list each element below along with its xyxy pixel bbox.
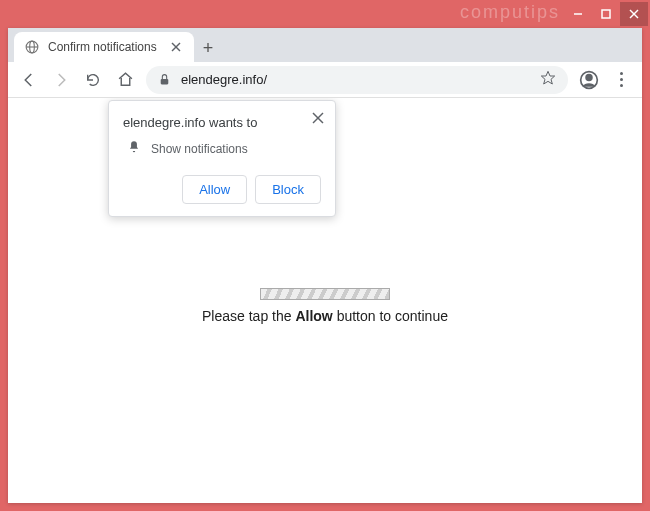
svg-rect-9 <box>161 79 169 84</box>
dialog-title: elendegre.info wants to <box>123 115 321 130</box>
maximize-button[interactable] <box>592 2 620 26</box>
menu-button[interactable] <box>606 65 636 95</box>
tab-title: Confirm notifications <box>48 40 162 54</box>
url-text: elendegre.info/ <box>181 72 532 87</box>
reload-button[interactable] <box>78 65 108 95</box>
msg-post: button to continue <box>333 308 448 324</box>
active-tab[interactable]: Confirm notifications <box>14 32 194 62</box>
msg-bold: Allow <box>295 308 332 324</box>
bell-icon <box>127 140 141 157</box>
forward-button[interactable] <box>46 65 76 95</box>
svg-rect-1 <box>602 10 610 18</box>
address-bar[interactable]: elendegre.info/ <box>146 66 568 94</box>
dialog-item: Show notifications <box>123 140 321 157</box>
browser-window: computips Confirm notifications + <box>0 0 650 511</box>
close-window-button[interactable] <box>620 2 648 26</box>
dialog-close-button[interactable] <box>309 109 327 127</box>
msg-pre: Please tap the <box>202 308 295 324</box>
page-viewport: elendegre.info wants to Show notificatio… <box>8 98 642 503</box>
home-button[interactable] <box>110 65 140 95</box>
globe-icon <box>24 39 40 55</box>
back-button[interactable] <box>14 65 44 95</box>
minimize-button[interactable] <box>564 2 592 26</box>
notification-permission-dialog: elendegre.info wants to Show notificatio… <box>108 100 336 217</box>
toolbar: elendegre.info/ <box>8 62 642 98</box>
block-button[interactable]: Block <box>255 175 321 204</box>
lock-icon <box>158 73 171 86</box>
dialog-item-label: Show notifications <box>151 142 248 156</box>
tab-strip: Confirm notifications + <box>8 28 642 62</box>
close-tab-button[interactable] <box>168 39 184 55</box>
watermark-text: computips <box>460 2 560 23</box>
new-tab-button[interactable]: + <box>194 34 222 62</box>
titlebar: computips <box>0 0 650 28</box>
page-content: Please tap the Allow button to continue <box>8 288 642 324</box>
allow-button[interactable]: Allow <box>182 175 247 204</box>
window-buttons <box>564 2 648 26</box>
page-message: Please tap the Allow button to continue <box>8 308 642 324</box>
browser-chrome: Confirm notifications + elendegre.info/ … <box>8 28 642 503</box>
dialog-buttons: Allow Block <box>123 175 321 204</box>
bookmark-star-icon[interactable] <box>540 70 556 89</box>
profile-button[interactable] <box>574 65 604 95</box>
progress-bar <box>260 288 390 300</box>
svg-point-12 <box>586 74 592 80</box>
svg-marker-10 <box>541 71 554 84</box>
